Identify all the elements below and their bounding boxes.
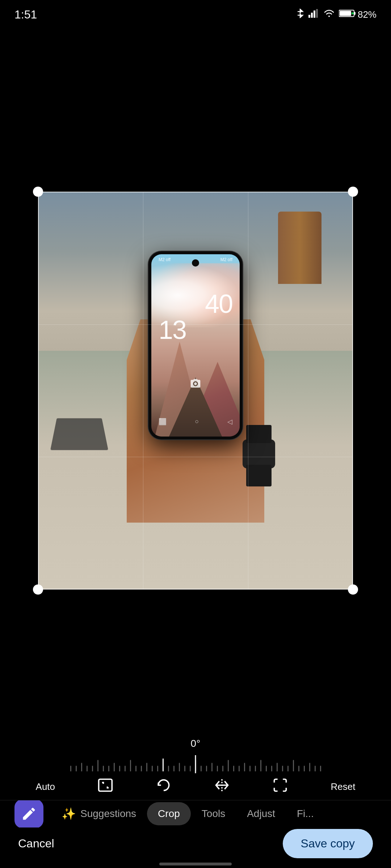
svg-rect-1 <box>311 13 313 18</box>
phone-time-display: 40 13 <box>151 291 240 343</box>
tab-tools[interactable]: Tools <box>191 802 236 825</box>
rotate-button[interactable] <box>156 777 172 796</box>
svg-point-7 <box>352 12 354 14</box>
aspect-ratio-button[interactable] <box>97 777 113 796</box>
svg-rect-0 <box>308 15 310 18</box>
svg-rect-2 <box>314 10 315 18</box>
adjust-label: Adjust <box>247 808 275 820</box>
crop-handle-bottom-right[interactable] <box>348 584 358 595</box>
tab-adjust[interactable]: Adjust <box>236 802 286 825</box>
tools-row: Auto <box>0 773 391 800</box>
phone-bottom-icons: ⬜ ○ ◁ <box>151 418 240 426</box>
rotation-section: 0° <box>0 731 391 773</box>
status-icons: 82% <box>296 8 377 21</box>
svg-rect-3 <box>316 9 318 18</box>
crop-handle-bottom-left[interactable] <box>33 584 43 595</box>
reset-button[interactable]: Reset <box>331 781 356 792</box>
home-indicator <box>0 860 391 868</box>
battery-percent: 82% <box>358 9 377 20</box>
flip-button[interactable] <box>214 777 230 796</box>
phone-screen: M2 off M2 off 40 13 <box>151 254 240 437</box>
suggestions-icon: ✨ <box>62 807 76 821</box>
bottom-area: 0° <box>0 731 391 868</box>
battery-icon <box>339 9 356 20</box>
rotate-icon <box>156 777 172 796</box>
edit-icon-button[interactable] <box>14 800 43 827</box>
wifi-icon <box>324 9 335 20</box>
auto-button[interactable]: Auto <box>36 781 55 792</box>
cancel-button[interactable]: Cancel <box>18 837 54 850</box>
status-bar: 1:51 <box>0 0 391 29</box>
crop-handle-top-left[interactable] <box>33 187 43 197</box>
expand-button[interactable] <box>272 777 288 796</box>
signal-icon <box>308 9 319 20</box>
rotation-degree-label: 0° <box>191 738 201 749</box>
bluetooth-icon <box>296 8 304 21</box>
phone-in-hand: M2 off M2 off 40 13 <box>148 251 243 439</box>
photo-background: M2 off M2 off 40 13 <box>38 192 353 590</box>
aspect-ratio-icon <box>97 777 113 796</box>
hand-with-phone: M2 off M2 off 40 13 <box>127 251 264 523</box>
svg-rect-5 <box>354 12 356 15</box>
svg-rect-8 <box>99 779 112 791</box>
save-copy-button[interactable]: Save copy <box>283 829 373 858</box>
crop-handle-top-right[interactable] <box>348 187 358 197</box>
rotation-ruler[interactable] <box>0 755 391 773</box>
tools-label: Tools <box>202 808 225 820</box>
tab-filters[interactable]: Fi... <box>286 802 325 825</box>
nav-tabs: ✨ Suggestions Crop Tools Adjust Fi... <box>0 800 391 827</box>
rotation-center-indicator <box>195 755 196 773</box>
watch <box>243 439 275 468</box>
status-time: 1:51 <box>14 8 37 21</box>
wooden-stand <box>278 212 321 284</box>
home-bar <box>159 863 232 865</box>
svg-rect-6 <box>340 11 351 16</box>
action-row: Cancel Save copy <box>0 827 391 860</box>
expand-icon <box>272 777 288 796</box>
crop-label: Crop <box>158 808 180 820</box>
crop-container[interactable]: M2 off M2 off 40 13 <box>38 192 353 590</box>
edit-area: M2 off M2 off 40 13 <box>0 29 391 731</box>
suggestions-label: Suggestions <box>80 808 136 820</box>
tab-suggestions[interactable]: ✨ Suggestions <box>51 801 147 826</box>
phone-status-bar: M2 off M2 off <box>159 257 232 262</box>
filters-label: Fi... <box>297 808 314 820</box>
tab-crop[interactable]: Crop <box>147 802 191 825</box>
flip-icon <box>214 777 230 796</box>
